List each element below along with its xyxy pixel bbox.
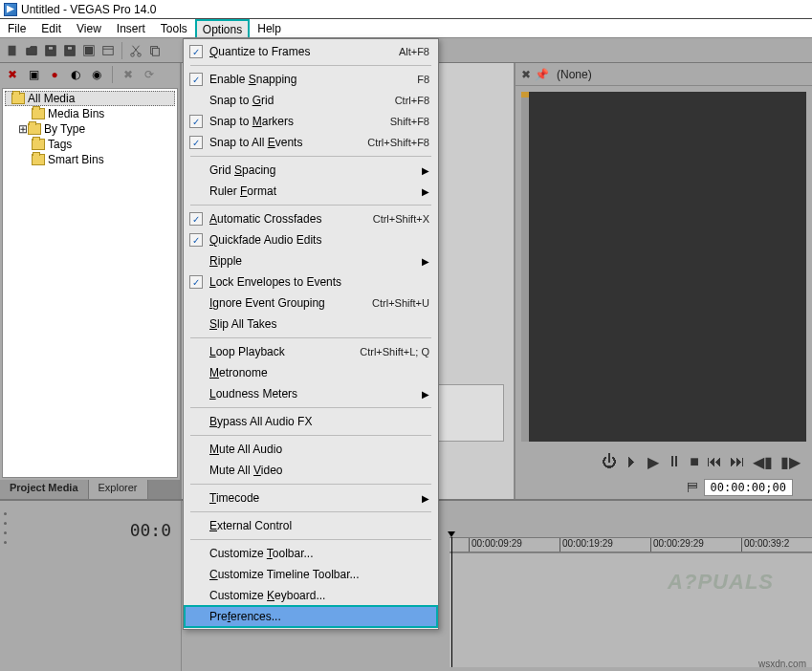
new-icon[interactable] [4, 42, 21, 59]
playhead[interactable] [451, 537, 452, 667]
prev-frame-icon[interactable]: ◀▮ [753, 453, 773, 471]
submenu-arrow-icon: ▶ [422, 389, 429, 400]
menu-item-bypass-all-audio-fx[interactable]: Bypass All Audio FX [185, 411, 437, 432]
menu-item-metronome[interactable]: Metronome [185, 362, 437, 383]
render-icon[interactable] [80, 42, 98, 59]
play-icon[interactable]: ▶ [647, 453, 659, 471]
preview-label: (None) [557, 68, 592, 81]
menu-item-label: Customize Toolbar... [209, 547, 314, 560]
menu-item-snap-to-markers[interactable]: ✓Snap to MarkersShift+F8 [185, 111, 437, 132]
menu-insert[interactable]: Insert [109, 19, 153, 37]
menu-item-loop-playback[interactable]: Loop PlaybackCtrl+Shift+L; Q [185, 341, 437, 362]
tree-node[interactable]: ⊞By Type [5, 121, 175, 137]
menu-options[interactable]: Options [195, 19, 250, 37]
menu-item-snap-to-all-events[interactable]: ✓Snap to All EventsCtrl+Shift+F8 [185, 132, 437, 153]
menu-help[interactable]: Help [250, 19, 289, 37]
menu-item-mute-all-video[interactable]: Mute All Video [185, 460, 437, 481]
menu-item-customize-toolbar[interactable]: Customize Toolbar... [185, 543, 437, 564]
close-icon[interactable]: ✖ [521, 68, 531, 81]
menu-item-label: Ruler Format [209, 184, 276, 198]
refresh-icon[interactable]: ⟳ [141, 66, 158, 83]
close-icon[interactable]: ✖ [4, 66, 21, 83]
menu-tools[interactable]: Tools [153, 19, 195, 37]
folder-icon [32, 108, 45, 119]
pin-icon[interactable]: 📌 [535, 68, 549, 81]
preview-viewport[interactable] [521, 92, 806, 442]
ruler-mark: 00:00:19:29 [560, 538, 613, 552]
tree-node[interactable]: Smart Bins [5, 152, 175, 167]
pause-icon[interactable]: ⏸ [667, 453, 682, 470]
go-end-icon[interactable]: ⏭ [730, 453, 745, 470]
submenu-arrow-icon: ▶ [422, 493, 429, 504]
menu-item-label: Quantize to Frames [209, 45, 310, 58]
check-icon: ✓ [189, 212, 203, 226]
menu-edit[interactable]: Edit [33, 19, 69, 37]
menu-item-label: Bypass All Audio FX [209, 415, 312, 428]
tree-node[interactable]: All Media [5, 91, 175, 106]
menu-item-label: External Control [209, 519, 292, 532]
submenu-arrow-icon: ▶ [422, 256, 429, 267]
stop-icon[interactable]: ■ [690, 453, 699, 470]
menu-item-customize-timeline-toolbar[interactable]: Customize Timeline Toolbar... [185, 564, 437, 585]
media-icon[interactable]: ▣ [25, 66, 42, 83]
ruler-mark: 00:00:29:29 [650, 538, 704, 552]
properties-icon[interactable] [99, 42, 117, 59]
empty-frame [428, 384, 504, 442]
menu-item-external-control[interactable]: External Control [185, 515, 437, 536]
menu-item-label: Enable Snapping [209, 73, 296, 86]
tree-label: Smart Bins [48, 153, 104, 166]
go-start-icon[interactable]: ⏮ [707, 453, 722, 470]
menu-item-grid-spacing[interactable]: Grid Spacing▶ [185, 160, 437, 181]
remove-icon[interactable]: ✖ [120, 66, 137, 83]
record-icon[interactable]: ● [46, 66, 63, 83]
saveas-icon[interactable] [61, 42, 78, 59]
power-icon[interactable]: ⏻ [602, 453, 617, 470]
menu-item-customize-keyboard[interactable]: Customize Keyboard... [185, 585, 437, 606]
menu-item-label: Lock Envelopes to Events [209, 275, 341, 289]
time-ruler[interactable]: 00:00:09:2900:00:19:2900:00:29:2900:00:3… [450, 537, 812, 552]
drag-handle-icon[interactable] [4, 509, 10, 547]
menu-item-preferences[interactable]: Preferences... [185, 606, 437, 627]
menu-item-enable-snapping[interactable]: ✓Enable SnappingF8 [185, 69, 437, 90]
marker-icon[interactable]: ⛿ [687, 481, 698, 494]
open-icon[interactable] [23, 42, 40, 59]
tree-node[interactable]: Media Bins [5, 106, 175, 121]
tree-node[interactable]: Tags [5, 137, 175, 152]
menu-separator [190, 65, 431, 66]
menu-item-quantize-to-frames[interactable]: ✓Quantize to FramesAlt+F8 [185, 41, 437, 62]
menu-item-ignore-event-grouping[interactable]: Ignore Event GroupingCtrl+Shift+U [185, 292, 437, 314]
menu-item-label: Preferences... [209, 610, 281, 623]
menu-item-mute-all-audio[interactable]: Mute All Audio [185, 439, 437, 460]
menu-item-automatic-crossfades[interactable]: ✓Automatic CrossfadesCtrl+Shift+X [185, 208, 437, 229]
play-from-start-icon[interactable]: ⏵ [625, 453, 640, 470]
svg-rect-4 [67, 46, 72, 50]
menu-item-slip-all-takes[interactable]: Slip All Takes [185, 314, 437, 335]
menu-item-quickfade-audio-edits[interactable]: ✓Quickfade Audio Edits [185, 229, 437, 250]
menu-item-label: Ripple [209, 254, 242, 268]
menu-view[interactable]: View [69, 19, 109, 37]
menu-item-timecode[interactable]: Timecode▶ [185, 487, 437, 509]
web-icon[interactable]: ◉ [88, 66, 105, 83]
save-icon[interactable] [42, 42, 59, 59]
menu-separator [190, 484, 431, 485]
tree-label: By Type [44, 122, 85, 136]
fx-icon[interactable]: ◐ [67, 66, 84, 83]
menu-item-ruler-format[interactable]: Ruler Format▶ [185, 181, 437, 202]
check-icon: ✓ [189, 136, 203, 149]
copy-icon[interactable] [146, 42, 164, 59]
cut-icon[interactable] [127, 42, 144, 59]
menu-item-snap-to-grid[interactable]: Snap to GridCtrl+F8 [185, 90, 437, 111]
menu-item-loudness-meters[interactable]: Loudness Meters▶ [185, 383, 437, 404]
menu-shortcut: Ctrl+F8 [395, 95, 429, 106]
menu-file[interactable]: File [0, 19, 33, 37]
tab-explorer[interactable]: Explorer [89, 480, 148, 499]
next-frame-icon[interactable]: ▮▶ [780, 453, 801, 471]
tab-project-media[interactable]: Project Media [0, 480, 89, 499]
menu-item-ripple[interactable]: Ripple▶ [185, 250, 437, 271]
svg-rect-12 [152, 48, 159, 55]
menu-item-lock-envelopes-to-events[interactable]: ✓Lock Envelopes to Events [185, 271, 437, 292]
svg-rect-6 [86, 47, 93, 54]
timecode-value[interactable]: 00:00:00;00 [704, 479, 793, 496]
media-tree[interactable]: All MediaMedia Bins⊞By TypeTagsSmart Bin… [2, 88, 178, 478]
menu-item-label: Customize Timeline Toolbar... [209, 568, 360, 581]
